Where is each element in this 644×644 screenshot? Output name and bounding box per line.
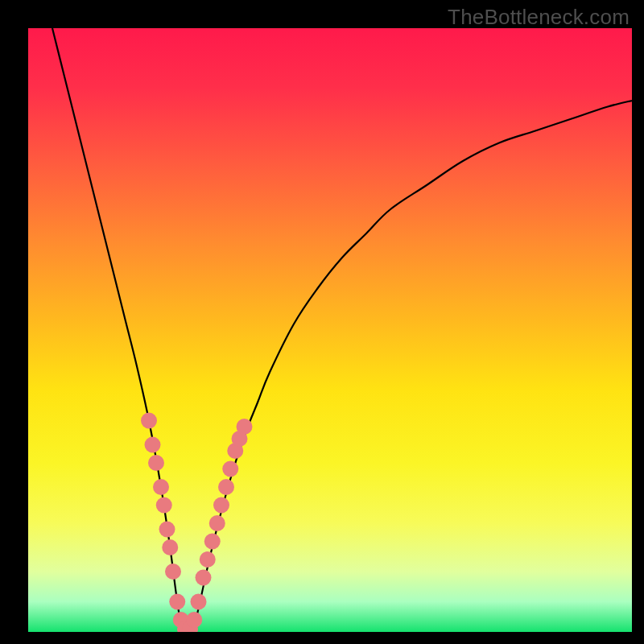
data-point xyxy=(141,413,157,429)
data-point xyxy=(159,522,175,538)
data-point xyxy=(156,497,172,514)
data-point xyxy=(196,570,212,586)
data-point xyxy=(200,551,216,568)
data-point xyxy=(153,479,169,495)
watermark-text: TheBottleneck.com xyxy=(448,5,630,30)
data-point xyxy=(191,594,207,610)
data-point xyxy=(204,534,221,550)
data-point xyxy=(222,461,238,477)
data-point xyxy=(148,455,164,471)
chart-frame: TheBottleneck.com xyxy=(0,0,644,644)
data-point xyxy=(218,479,234,495)
data-point xyxy=(209,515,225,531)
plot-area xyxy=(28,28,632,632)
data-point xyxy=(145,437,161,453)
chart-svg xyxy=(28,28,632,632)
data-point xyxy=(169,594,185,610)
data-point xyxy=(237,419,253,435)
gradient-background xyxy=(28,28,632,632)
data-point xyxy=(162,539,178,555)
data-point xyxy=(165,564,181,580)
data-point xyxy=(213,497,229,514)
data-point xyxy=(186,612,202,628)
